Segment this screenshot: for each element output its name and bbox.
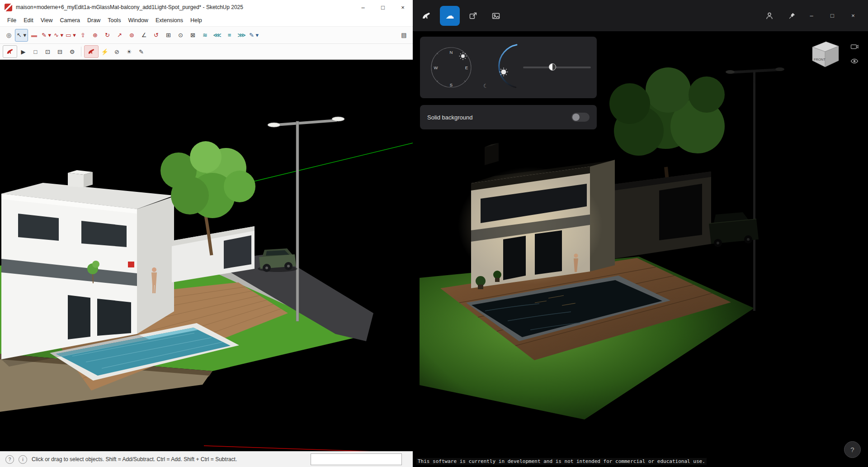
sun-elevation-arc[interactable]: ☾ — [478, 41, 528, 91]
extension-waves-icon[interactable]: ≋ — [199, 29, 211, 41]
environment-panel: N E S W — [420, 37, 597, 98]
main-toolbar: ◎↖ ▾▬✎ ▾∿ ▾▭ ▾⇧⊕↻↗⊚∠↺⊞⊙⊠≋⋘≡⋙✎ ▾▤ — [0, 27, 413, 44]
zoom-tool-icon[interactable]: ⊙ — [175, 29, 187, 41]
window-title: maison+moderne+6_myEdit1a-mGlassMat-balc… — [16, 4, 243, 10]
moon-icon: ☾ — [483, 83, 488, 89]
menu-item[interactable]: Window — [124, 17, 151, 24]
scene-camera-icon[interactable]: ⊡ — [42, 46, 54, 57]
freehand-tool-icon[interactable]: ∿ ▾ — [52, 29, 65, 41]
menu-item[interactable]: Extensions — [152, 17, 187, 24]
camera-sync-icon[interactable] — [849, 42, 859, 52]
scale-tool-icon[interactable]: ↗ — [113, 29, 126, 41]
menu-item[interactable]: Edit — [20, 17, 37, 24]
menu-item[interactable]: Draw — [84, 17, 104, 24]
export-view-icon[interactable] — [464, 7, 482, 25]
extension-chevrons-right-icon[interactable]: ⋙ — [236, 29, 248, 41]
secondary-toolbar: ▶□⊡⊟⚙ ⚡⊘☀✎ — [0, 44, 413, 60]
close-button[interactable]: × — [843, 7, 863, 25]
sun-intensity-slider[interactable] — [523, 67, 591, 68]
cloud-icon: ☁ — [446, 10, 454, 21]
measurements-input[interactable] — [311, 453, 402, 465]
rectangle-tool-icon[interactable]: ▭ ▾ — [65, 29, 77, 41]
environment-sky-tool[interactable]: ☁ — [440, 6, 460, 26]
minimize-button[interactable]: – — [801, 7, 822, 25]
compass-east-label: E — [465, 65, 468, 70]
help-button[interactable]: ? — [844, 441, 861, 458]
menu-item[interactable]: Camera — [57, 17, 84, 24]
view-cube[interactable]: FRONT — [807, 37, 843, 75]
push-pull-icon[interactable]: ⇧ — [77, 29, 89, 41]
close-button[interactable]: × — [393, 0, 413, 14]
red-decal — [128, 262, 134, 267]
sketchup-viewport[interactable] — [0, 60, 413, 451]
sketchup-logo-icon — [5, 4, 12, 11]
renderer-toolbar: ☁ – □ × — [413, 0, 868, 31]
pan-tool-icon[interactable]: ⊞ — [162, 29, 175, 41]
menu-item[interactable]: View — [37, 17, 57, 24]
stop-icon[interactable]: □ — [29, 46, 42, 57]
solid-background-row: Solid background — [420, 105, 597, 129]
image-export-icon[interactable] — [487, 7, 505, 25]
visibility-icon[interactable] — [849, 56, 859, 66]
draw-icon[interactable]: ✎ — [135, 46, 147, 57]
sketchup-titlebar: maison+moderne+6_myEdit1a-mGlassMat-balc… — [0, 0, 413, 14]
menu-item[interactable]: Help — [187, 17, 206, 24]
zoom-extents-icon[interactable]: ⊠ — [187, 29, 199, 41]
maximize-button[interactable]: □ — [373, 0, 393, 14]
model-scene-day — [0, 60, 413, 451]
info-icon[interactable]: i — [19, 455, 27, 464]
pin-icon[interactable] — [783, 7, 801, 25]
sun-intensity-slider-handle[interactable] — [549, 63, 556, 71]
house-side-wall — [137, 196, 174, 334]
renderer-logo-icon[interactable] — [3, 45, 17, 58]
light-icon[interactable]: ☀ — [123, 46, 135, 57]
ground-door-1 — [68, 295, 90, 339]
account-person-icon[interactable] — [760, 7, 778, 25]
solid-background-toggle[interactable] — [571, 113, 590, 122]
status-hint: Click or drag to select objects. Shift =… — [32, 456, 237, 462]
rotate-tool-icon[interactable]: ↻ — [101, 29, 113, 41]
solid-background-label: Solid background — [427, 114, 472, 121]
orbit-tool-icon[interactable]: ↺ — [150, 29, 162, 41]
move-tool-icon[interactable]: ⊕ — [89, 29, 101, 41]
menu-bar: FileEditViewCameraDrawToolsWindowExtensi… — [0, 14, 413, 27]
status-bar: ? i Click or drag to select objects. Shi… — [0, 451, 413, 467]
renderer-window: ☁ – □ × — [413, 0, 868, 467]
select-tool-icon[interactable]: ↖ ▾ — [15, 29, 28, 42]
renderer-logo-active-icon[interactable] — [84, 45, 99, 58]
compass-south-label: S — [450, 82, 453, 87]
menu-item[interactable]: Tools — [104, 17, 124, 24]
development-disclaimer: This software is currently in developmen… — [416, 458, 707, 465]
pencil-tool-icon[interactable]: ✎ ▾ — [40, 29, 52, 41]
video-camera-icon[interactable]: ⊟ — [54, 46, 66, 57]
split-screen: maison+moderne+6_myEdit1a-mGlassMat-balc… — [0, 0, 868, 467]
play-animation-icon[interactable]: ▶ — [17, 46, 29, 57]
garage-opening — [224, 235, 251, 269]
help-icon[interactable]: ? — [5, 455, 14, 464]
toggle-knob — [572, 114, 580, 121]
upper-window-1 — [18, 214, 59, 241]
zoom-window-icon[interactable]: ◎ — [3, 29, 15, 41]
maximize-button[interactable]: □ — [822, 7, 843, 25]
extension-chevrons-left-icon[interactable]: ⋘ — [211, 29, 223, 41]
toolbar-separator — [81, 47, 81, 57]
ground-door-2 — [97, 299, 131, 336]
chimney — [68, 170, 93, 187]
extension-layers-icon[interactable]: ≡ — [223, 29, 236, 41]
tape-measure-icon[interactable]: ∠ — [138, 29, 150, 41]
sketchup-window: maison+moderne+6_myEdit1a-mGlassMat-balc… — [0, 0, 413, 467]
sun-compass-dial[interactable]: N E S W — [426, 43, 476, 92]
menu-item[interactable]: File — [4, 17, 20, 24]
eraser-icon[interactable]: ▬ — [28, 29, 40, 41]
disable-icon[interactable]: ⊘ — [111, 46, 123, 57]
minimize-button[interactable]: – — [353, 0, 373, 14]
renderer-logo-icon[interactable] — [417, 7, 435, 25]
flash-icon[interactable]: ⚡ — [99, 46, 111, 57]
edit-person-icon[interactable]: ✎ ▾ — [248, 29, 260, 41]
offset-tool-icon[interactable]: ⊚ — [126, 29, 138, 41]
compass-north-label: N — [450, 50, 453, 55]
sun-elevation-handle — [500, 68, 508, 76]
view-cube-front-label: FRONT — [814, 57, 826, 62]
new-document-icon[interactable]: ▤ — [398, 29, 410, 41]
settings-gear-icon[interactable]: ⚙ — [66, 46, 78, 57]
